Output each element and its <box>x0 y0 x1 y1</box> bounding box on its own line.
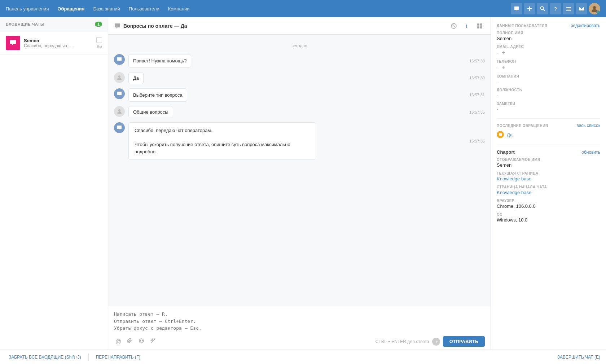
email-icon-btn[interactable] <box>576 3 587 14</box>
fullname-field: Полное имя Semen <box>497 31 600 41</box>
svg-rect-10 <box>480 26 482 28</box>
emoji-icon[interactable] <box>137 337 146 347</box>
message-time-4: 16:57:35 <box>469 110 485 114</box>
position-label: Должность <box>497 88 600 92</box>
nav-knowledge[interactable]: База знаний <box>93 5 120 13</box>
message-time-5: 16:57:36 <box>469 139 485 143</box>
all-list-link[interactable]: весь список <box>576 123 600 128</box>
bottom-divider-1 <box>88 354 89 361</box>
svg-rect-8 <box>480 23 482 26</box>
company-field: Компания - <box>497 74 600 84</box>
help-icon-btn[interactable]: ? <box>550 3 561 14</box>
chat-header-icons: i <box>449 21 485 31</box>
message-time: 16:57:30 <box>469 59 485 63</box>
user-data-header: Данные пользователя редактировать <box>497 23 600 28</box>
current-page-field: Текущая страница Knowledge base <box>497 171 600 181</box>
user-message-row: Да 16:57:30 <box>114 72 485 84</box>
reply-area: @ CTRL + ENTER для ответа ОТПРАВИТЬ <box>108 306 491 350</box>
nav-users[interactable]: Пользователи <box>129 5 159 13</box>
settings-icon-btn[interactable] <box>563 3 574 14</box>
os-field: ОС Windows, 10.0 <box>497 212 600 223</box>
info-icon-btn[interactable]: i <box>462 21 472 31</box>
reply-toolbar: @ CTRL + ENTER для ответа ОТПРАВИТЬ <box>114 336 485 347</box>
os-label: ОС <box>497 212 600 216</box>
user-bubble-4: Общие вопросы <box>128 106 173 118</box>
svg-point-5 <box>593 6 596 9</box>
user-data-section: Данные пользователя редактировать Полное… <box>497 23 600 112</box>
plugin-icon-btn[interactable] <box>475 21 485 31</box>
edit-user-link[interactable]: редактировать <box>571 23 600 28</box>
company-value: - <box>497 79 600 84</box>
recent-title: Последние обращения <box>497 124 548 128</box>
start-page-value[interactable]: Knowledge base <box>497 190 600 195</box>
position-value: - <box>497 93 600 98</box>
start-page-field: Страница начала чата Knowledge base <box>497 185 600 195</box>
browser-value: Chrome, 106.0.0.0 <box>497 203 600 209</box>
search-icon-btn[interactable] <box>537 3 548 14</box>
current-page-value[interactable]: Knowledge base <box>497 176 600 181</box>
magic-icon[interactable] <box>149 337 157 347</box>
email-label: Email-адрес <box>497 45 600 49</box>
chat-area: Вопросы по оплате — Да i сегодня <box>108 17 491 350</box>
attachment-icon[interactable] <box>126 337 134 347</box>
svg-point-12 <box>118 109 120 111</box>
message-time-2: 16:57:30 <box>469 76 485 80</box>
chat-title-block: Вопросы по оплате — Да <box>114 23 187 29</box>
user-bubble: Да <box>128 72 144 84</box>
phone-row: - + <box>497 64 600 71</box>
reply-input[interactable] <box>114 311 485 332</box>
chat-list-item[interactable]: Semen Спасибо, передаю чат ... 6м <box>0 31 108 55</box>
sidebar-header: Входящие чаты 1 <box>0 17 108 31</box>
svg-rect-4 <box>566 10 571 11</box>
add-email-btn[interactable]: + <box>500 49 506 56</box>
add-icon-btn[interactable] <box>524 3 535 14</box>
chat-preview-text: Спасибо, передаю чат ... <box>24 43 93 48</box>
nav-companies[interactable]: Компании <box>168 5 190 13</box>
svg-point-14 <box>140 340 141 341</box>
nav-dashboard[interactable]: Панель управления <box>6 5 49 13</box>
right-panel: Данные пользователя редактировать Полное… <box>491 17 606 350</box>
update-link[interactable]: обновить <box>581 150 600 155</box>
start-page-label: Страница начала чата <box>497 185 600 189</box>
chaport-label: Chaport <box>497 149 515 155</box>
bot-avatar-3 <box>114 88 125 99</box>
svg-point-15 <box>142 340 143 341</box>
company-label: Компания <box>497 74 600 78</box>
top-navigation: Панель управления Обращения База знаний … <box>0 0 606 17</box>
history-icon-btn[interactable] <box>449 21 459 31</box>
phone-value: - <box>497 65 498 70</box>
chat-topic-title: Вопросы по оплате — Да <box>123 23 187 29</box>
phone-label: Телефон <box>497 60 600 63</box>
display-name-value: Semen <box>497 162 600 168</box>
chat-meta: 6м <box>96 37 102 49</box>
message-bubble: Привет! Нужна помощь? <box>128 54 191 68</box>
chat-icon-btn[interactable] <box>511 3 522 14</box>
mention-icon[interactable]: @ <box>114 337 123 346</box>
send-button[interactable]: ОТПРАВИТЬ <box>443 336 485 347</box>
os-value: Windows, 10.0 <box>497 217 600 223</box>
chat-time: 6м <box>97 44 102 49</box>
redirect-btn[interactable]: ПЕРЕНАПРАВИТЬ (F) <box>93 353 144 361</box>
svg-rect-9 <box>477 26 479 28</box>
position-field: Должность - <box>497 88 600 98</box>
current-page-label: Текущая страница <box>497 171 600 175</box>
conv-icon <box>497 131 504 138</box>
chat-avatar <box>6 36 20 50</box>
recent-header: Последние обращения весь список <box>497 123 600 128</box>
chat-checkbox[interactable] <box>96 37 102 43</box>
chaport-section: Chaport обновить Отображаемое имя Semen … <box>497 149 600 223</box>
finish-chat-btn[interactable]: ЗАВЕРШИТЬ ЧАТ (E) <box>557 355 600 360</box>
ctrl-hint: CTRL + ENTER для ответа <box>376 339 429 344</box>
recent-conv-link[interactable]: Да <box>507 132 513 137</box>
take-all-btn[interactable]: ЗАБРАТЬ ВСЕ ВХОДЯЩИЕ (Shift+J) <box>6 353 84 361</box>
message-bubble-5: Спасибо, передаю чат операторам. Чтобы у… <box>128 122 316 160</box>
bot-avatar-5 <box>114 122 125 133</box>
svg-line-1 <box>543 9 545 11</box>
avatar-btn[interactable] <box>589 3 600 14</box>
main-layout: Входящие чаты 1 Semen Спасибо, передаю ч… <box>0 17 606 350</box>
add-phone-btn[interactable]: + <box>500 64 506 71</box>
sidebar: Входящие чаты 1 Semen Спасибо, передаю ч… <box>0 17 108 350</box>
online-status-dot <box>596 10 600 14</box>
nav-tickets[interactable]: Обращения <box>57 5 84 13</box>
send-icon-circle <box>432 338 440 346</box>
